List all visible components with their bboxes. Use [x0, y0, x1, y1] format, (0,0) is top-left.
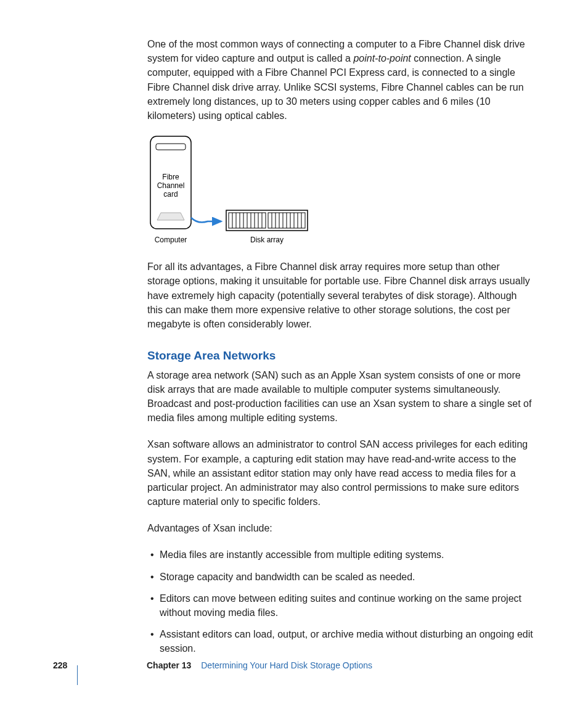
- paragraph-advantages-intro: Advantages of Xsan include:: [147, 521, 534, 535]
- heading-san: Storage Area Networks: [147, 347, 534, 364]
- chapter-title: Determining Your Hard Disk Storage Optio…: [201, 660, 372, 670]
- page-number: 228: [53, 659, 67, 671]
- paragraph-intro: One of the most common ways of connectin…: [147, 37, 534, 123]
- diagram-fibre-channel: Fibre Channel card Computer: [147, 135, 534, 246]
- diagram-computer-label: Computer: [155, 236, 187, 244]
- diagram-svg: Fibre Channel card Computer: [147, 135, 351, 246]
- diagram-card-label-2: Channel: [157, 181, 185, 190]
- chapter-label: Chapter 13: [147, 660, 191, 670]
- svg-rect-1: [156, 144, 186, 150]
- list-item: Assistant editors can load, output, or a…: [147, 627, 534, 655]
- advantages-list: Media files are instantly accessible fro…: [147, 548, 534, 655]
- list-item: Media files are instantly accessible fro…: [147, 548, 534, 562]
- page-footer: 228 Chapter 13 Determining Your Hard Dis…: [77, 665, 534, 685]
- paragraph-xsan-admin: Xsan software allows an administrator to…: [147, 437, 534, 509]
- diagram-diskarray-label: Disk array: [250, 236, 284, 244]
- diagram-card-label-3: card: [163, 190, 178, 199]
- paragraph-san-intro: A storage area network (SAN) such as an …: [147, 368, 534, 425]
- list-item: Editors can move between editing suites …: [147, 591, 534, 620]
- diagram-card-label-1: Fibre: [162, 173, 179, 181]
- svg-marker-2: [157, 213, 184, 220]
- italic-term: point-to-point: [353, 53, 410, 64]
- page-content: One of the most common ways of connectin…: [147, 37, 534, 663]
- chapter-info: Chapter 13 Determining Your Hard Disk St…: [147, 659, 372, 671]
- paragraph-advantages: For all its advantages, a Fibre Channel …: [147, 260, 534, 331]
- list-item: Storage capacity and bandwidth can be sc…: [147, 570, 534, 584]
